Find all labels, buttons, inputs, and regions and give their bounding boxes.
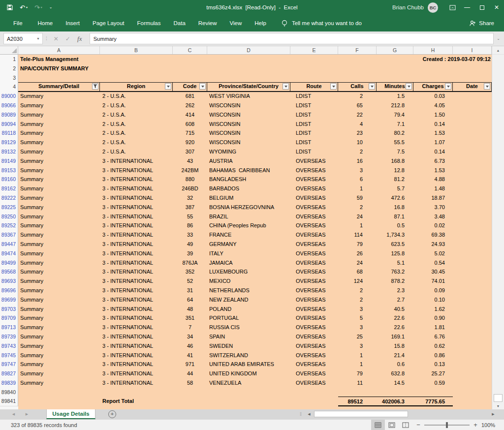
cell-province-state-country[interactable]: ITALY xyxy=(207,249,290,259)
cell-province-state-country[interactable]: WISCONSIN xyxy=(207,101,290,111)
filter-dropdown-button[interactable] xyxy=(484,83,490,90)
redo-button[interactable]: ↷▾ xyxy=(34,4,42,11)
cell-date[interactable] xyxy=(453,295,492,305)
cell-date[interactable] xyxy=(453,166,492,176)
cell-minutes[interactable]: 632.8 xyxy=(377,369,413,379)
cell-date[interactable] xyxy=(453,240,492,249)
cell-summary-detail[interactable]: Summary xyxy=(18,351,100,361)
cell-route[interactable]: LDIST xyxy=(290,147,338,157)
cell-code[interactable]: 608 xyxy=(173,120,207,129)
cell-minutes[interactable]: 1.5 xyxy=(377,92,413,101)
cell-charges[interactable]: 0.62 xyxy=(413,341,453,351)
cell-calls[interactable]: 1 xyxy=(338,184,377,194)
table-header-minutes[interactable]: Minutes xyxy=(377,82,413,92)
cell-calls[interactable]: 3 xyxy=(338,166,377,176)
cell-province-state-country[interactable]: VENEZUELA xyxy=(207,378,290,388)
cell-calls[interactable]: 4 xyxy=(338,120,377,129)
column-header-g[interactable]: G xyxy=(377,46,413,54)
cell-date[interactable] xyxy=(453,156,492,166)
cell-charges[interactable]: 3.48 xyxy=(413,212,453,222)
cell-charges[interactable]: 0.59 xyxy=(413,378,453,388)
cell-province-state-country[interactable]: WISCONSIN xyxy=(207,138,290,148)
cell-region[interactable]: 3 - INTERNATIONAL xyxy=(100,175,173,184)
cell-calls[interactable]: 79 xyxy=(338,240,377,249)
tab-file[interactable]: File xyxy=(0,15,32,31)
cell-summary-detail[interactable]: Summary xyxy=(18,193,100,203)
row-number[interactable]: 89252 xyxy=(0,221,18,231)
cell-code[interactable]: 242BM xyxy=(173,166,207,176)
cell-summary-detail[interactable]: Summary xyxy=(18,369,100,379)
cell-calls[interactable]: 24 xyxy=(338,258,377,268)
empty-cell[interactable] xyxy=(453,397,492,406)
cell-charges[interactable]: 0.13 xyxy=(413,360,453,369)
row-number[interactable]: 89447 xyxy=(0,240,18,249)
cell-minutes[interactable]: 55.5 xyxy=(377,138,413,148)
column-header-c[interactable]: C xyxy=(173,46,207,54)
tab-view[interactable]: View xyxy=(223,15,249,31)
cell-code[interactable]: 43 xyxy=(173,156,207,166)
cell-summary-detail[interactable]: Summary xyxy=(18,295,100,305)
cell-minutes[interactable]: 79.4 xyxy=(377,110,413,120)
row-number[interactable]: 89703 xyxy=(0,305,18,314)
cell-province-state-country[interactable]: SPAIN xyxy=(207,332,290,342)
row-number[interactable]: 89474 xyxy=(0,249,18,259)
cell-minutes[interactable]: 40.5 xyxy=(377,305,413,314)
cell-code[interactable]: 681 xyxy=(173,92,207,101)
cell-code[interactable]: 246BD xyxy=(173,184,207,194)
cell-province-state-country[interactable]: BANGLADESH xyxy=(207,175,290,184)
cell-code[interactable]: 351 xyxy=(173,313,207,323)
created-timestamp-cell[interactable]: Created : 2019-03-07 09:12 xyxy=(377,55,492,64)
cell-summary-detail[interactable]: Summary xyxy=(18,378,100,388)
cell-code[interactable]: 86 xyxy=(173,221,207,231)
cell-calls[interactable]: 3 xyxy=(338,341,377,351)
cell-date[interactable] xyxy=(453,378,492,388)
cell-route[interactable]: OVERSEAS xyxy=(290,184,338,194)
cell-calls[interactable]: 2 xyxy=(338,147,377,157)
cell-region[interactable]: 3 - INTERNATIONAL xyxy=(100,258,173,268)
cell-route[interactable]: LDIST xyxy=(290,138,338,148)
cell-region[interactable]: 3 - INTERNATIONAL xyxy=(100,332,173,342)
cell-route[interactable]: OVERSEAS xyxy=(290,332,338,342)
tab-help[interactable]: Help xyxy=(248,15,273,31)
cell-region[interactable]: 2 - U.S.A. xyxy=(100,110,173,120)
cell-summary-detail[interactable]: Summary xyxy=(18,92,100,101)
cell-summary-detail[interactable]: Summary xyxy=(18,203,100,213)
cell-calls[interactable]: 26 xyxy=(338,249,377,259)
cell-route[interactable]: OVERSEAS xyxy=(290,212,338,222)
tab-split-handle[interactable]: ⁞⁞ xyxy=(300,412,301,417)
cell-charges[interactable]: 6.73 xyxy=(413,156,453,166)
cell-region[interactable]: 3 - INTERNATIONAL xyxy=(100,341,173,351)
row-number[interactable]: 89367 xyxy=(0,230,18,240)
row-number[interactable]: 89747 xyxy=(0,360,18,369)
cell-calls[interactable]: 1 xyxy=(338,221,377,231)
cell-charges[interactable]: 1.07 xyxy=(413,138,453,148)
cell-calls[interactable]: 25 xyxy=(338,332,377,342)
cell-route[interactable]: OVERSEAS xyxy=(290,175,338,184)
cell-summary-detail[interactable]: Summary xyxy=(18,332,100,342)
cell-province-state-country[interactable]: FRANCE xyxy=(207,230,290,240)
cell-minutes[interactable]: 81.2 xyxy=(377,175,413,184)
cell-code[interactable]: 48 xyxy=(173,305,207,314)
cell-calls[interactable]: 59 xyxy=(338,193,377,203)
cell-summary-detail[interactable]: Summary xyxy=(18,166,100,176)
cell-charges[interactable]: 6.76 xyxy=(413,332,453,342)
cell-date[interactable] xyxy=(453,212,492,222)
cell-minutes[interactable]: 22.6 xyxy=(377,313,413,323)
cell-route[interactable]: OVERSEAS xyxy=(290,221,338,231)
cell-route[interactable]: OVERSEAS xyxy=(290,360,338,369)
cell-date[interactable] xyxy=(453,110,492,120)
row-number[interactable]: 4 xyxy=(0,82,18,92)
cell-code[interactable]: 414 xyxy=(173,110,207,120)
row-number[interactable]: 89250 xyxy=(0,212,18,222)
cell-province-state-country[interactable]: BAHAMAS CARIBBEAN xyxy=(207,166,290,176)
cell-calls[interactable]: 68 xyxy=(338,267,377,277)
cell-province-state-country[interactable]: WISCONSIN xyxy=(207,128,290,138)
cell-region[interactable]: 3 - INTERNATIONAL xyxy=(100,295,173,305)
tab-review[interactable]: Review xyxy=(192,15,223,31)
cell-calls[interactable]: 23 xyxy=(338,128,377,138)
row-number[interactable]: 89000 xyxy=(0,92,18,101)
cell-charges[interactable]: 1.62 xyxy=(413,305,453,314)
cell-minutes[interactable]: 16.8 xyxy=(377,203,413,213)
cell-code[interactable]: 46 xyxy=(173,341,207,351)
name-box-dropdown-icon[interactable]: ▼ xyxy=(36,37,42,40)
